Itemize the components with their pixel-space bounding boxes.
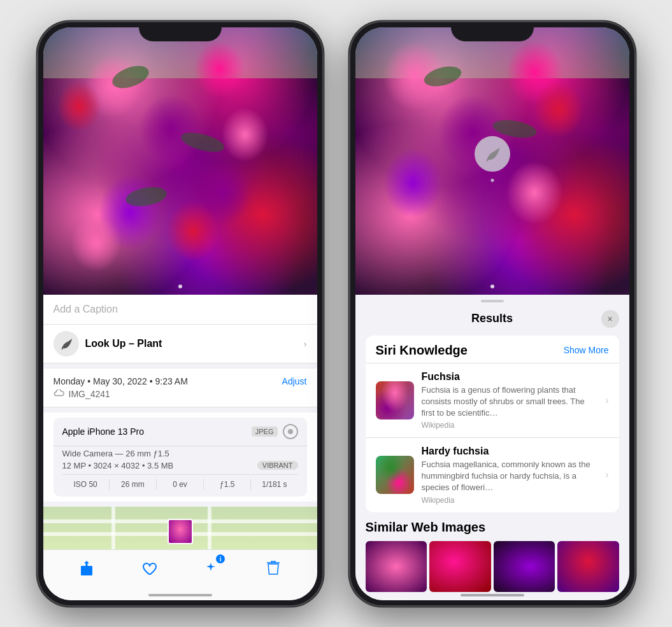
left-phone: Add a Caption Look Up – Plant › [37,21,324,607]
results-title: Results [383,312,601,325]
fuchsia-source: Wikipedia [422,421,598,430]
web-image-4[interactable] [557,541,619,592]
camera-section: Apple iPhone 13 Pro JPEG Wide Camera — 2… [43,418,317,497]
filename-text: IMG_4241 [69,389,110,399]
drag-handle[interactable] [481,300,504,302]
date-text: Monday • May 30, 2022 • 9:23 AM [54,376,188,386]
hardy-fuchsia-content: Hardy fuchsia Fuchsia magellanica, commo… [422,446,598,505]
results-panel[interactable]: Results × Siri Knowledge Show More [355,295,629,600]
siri-knowledge-section: Siri Knowledge Show More Fuchsia Fuchsia… [366,335,619,512]
info-badge-label: i [220,556,222,563]
adjust-button[interactable]: Adjust [282,376,307,386]
fuchsia-description: Fuchsia is a genus of flowering plants t… [422,384,598,419]
info-badge: i [216,554,225,563]
info-section: Monday • May 30, 2022 • 9:23 AM Adjust I… [43,369,317,407]
cloud-icon [54,390,65,398]
section-divider-2 [43,407,317,412]
heart-icon [141,561,157,576]
camera-info-card: Apple iPhone 13 Pro JPEG Wide Camera — 2… [54,418,307,497]
web-image-1[interactable] [366,541,427,592]
fuchsia-content: Fuchsia Fuchsia is a genus of flowering … [422,371,598,430]
sparkle-icon [204,561,218,575]
web-image-3[interactable] [494,541,555,592]
right-home-indicator [461,594,524,596]
show-more-button[interactable]: Show More [564,345,609,355]
lens-detail: Wide Camera — 26 mm ƒ1.5 [62,449,298,458]
filename-row: IMG_4241 [54,389,307,399]
lookup-icon-container [54,331,79,356]
exif-ev: 0 ev [157,479,204,490]
lookup-row[interactable]: Look Up – Plant › [43,325,317,363]
lookup-dot [490,178,494,181]
section-divider-3 [43,502,317,507]
close-icon: × [607,314,612,324]
exif-iso: ISO 50 [62,479,110,490]
right-phone: Results × Siri Knowledge Show More [349,21,636,607]
lookup-chevron-icon: › [304,339,307,349]
volume-down-button[interactable] [37,209,38,250]
toolbar: i [43,549,317,600]
share-button[interactable] [74,556,99,581]
delete-button[interactable] [261,556,286,581]
camera-name: Apple iPhone 13 Pro [62,426,144,437]
left-screen: Add a Caption Look Up – Plant › [43,27,317,600]
exif-row: ISO 50 26 mm 0 ev ƒ1.5 1/181 s [62,474,298,490]
aperture-icon [283,424,298,439]
right-volume-up-button[interactable] [349,158,350,199]
camera-badges: JPEG [252,424,298,439]
fuchsia-name: Fuchsia [422,371,598,383]
right-power-button[interactable] [635,174,636,231]
phones-container: Add a Caption Look Up – Plant › [37,21,636,607]
exif-shutter: 1/181 s [251,479,297,490]
info-button[interactable]: i [198,556,224,581]
hardy-fuchsia-source: Wikipedia [422,496,598,505]
hardy-fuchsia-result-item[interactable]: Hardy fuchsia Fuchsia magellanica, commo… [366,437,619,512]
close-button[interactable]: × [601,310,619,328]
fuchsia-result-item[interactable]: Fuchsia Fuchsia is a genus of flowering … [366,363,619,438]
vibrant-badge: VIBRANT [257,461,298,470]
web-image-2[interactable] [429,541,491,592]
caption-placeholder[interactable]: Add a Caption [54,304,118,314]
format-badge: JPEG [252,426,278,437]
share-icon [79,560,94,577]
hardy-fuchsia-chevron-icon: › [605,469,608,481]
camera-details: Wide Camera — 26 mm ƒ1.5 12 MP • 3024 × … [54,446,307,497]
right-mute-button[interactable] [349,123,350,145]
visual-lookup-overlay[interactable] [475,136,510,171]
resolution-detail: 12 MP • 3024 × 4032 • 3.5 MB VIBRANT [62,461,298,470]
right-screen: Results × Siri Knowledge Show More [355,27,629,600]
exif-aperture: ƒ1.5 [204,479,251,490]
right-phone-notch [451,21,534,41]
results-header: Results × [355,307,629,335]
right-flower-photo[interactable] [355,27,629,295]
date-row: Monday • May 30, 2022 • 9:23 AM Adjust [54,376,307,386]
favorite-button[interactable] [136,556,162,581]
left-scroll-content[interactable]: Add a Caption Look Up – Plant › [43,27,317,600]
hardy-fuchsia-thumbnail [376,456,414,494]
right-volume-down-button[interactable] [349,209,350,250]
phone-notch [139,21,222,41]
lookup-leaf-icon [483,144,501,162]
caption-area[interactable]: Add a Caption [43,295,317,325]
trash-icon [266,560,280,577]
fuchsia-thumbnail [376,381,414,419]
hardy-fuchsia-description: Fuchsia magellanica, commonly known as t… [422,459,598,494]
home-indicator [148,594,212,596]
siri-knowledge-header: Siri Knowledge Show More [366,335,619,363]
mute-button[interactable] [37,123,38,145]
exif-focal: 26 mm [110,479,157,490]
lookup-label: Look Up – Plant [85,338,162,349]
lookup-plain: Plant [134,338,162,349]
siri-knowledge-title: Siri Knowledge [376,343,468,358]
web-images-title: Similar Web Images [366,520,619,535]
map-area[interactable] [43,507,317,549]
section-divider [43,363,317,369]
fuchsia-chevron-icon: › [605,395,608,406]
camera-header: Apple iPhone 13 Pro JPEG [54,418,307,446]
leaf-icon [59,337,73,351]
volume-up-button[interactable] [37,158,38,199]
web-images-section: Similar Web Images [355,520,629,600]
flower-photo[interactable] [43,27,317,295]
web-images-row [366,541,619,592]
power-button[interactable] [323,174,324,231]
